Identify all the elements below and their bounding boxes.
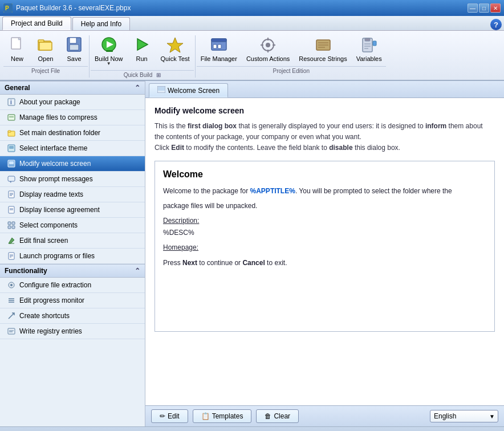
svg-point-66 (10, 284, 13, 286)
build-now-button[interactable]: Build Now ▼ (91, 33, 127, 69)
sidebar-label-manage-files: Manage files to compress (19, 113, 97, 121)
group-label-project-file: Project File (3, 66, 88, 76)
svg-rect-43 (9, 146, 14, 149)
svg-marker-59 (9, 238, 14, 243)
run-label: Run (136, 55, 147, 62)
variables-icon (360, 36, 378, 54)
build-now-icon (100, 36, 118, 54)
functionality-collapse-arrow[interactable]: ⌃ (135, 267, 140, 275)
sidebar-label-about-package: About your package (19, 98, 80, 106)
content-panel: Welcome Screen Modify welcome screen Thi… (145, 81, 504, 426)
build-now-arrow: ▼ (107, 61, 111, 66)
svg-rect-41 (8, 131, 11, 132)
sidebar-item-modify-welcome[interactable]: Modify welcome screen (0, 156, 145, 172)
title-bar: P Paquet Builder 3.6 - severalEXE.pbpx —… (0, 0, 504, 16)
window-controls: — □ ✕ (468, 3, 501, 13)
sidebar-label-create-shortcuts: Create shortcuts (19, 312, 70, 320)
sidebar-item-about-package[interactable]: i About your package (0, 95, 145, 110)
help-icon[interactable]: ? (490, 19, 502, 30)
svg-rect-31 (365, 38, 370, 41)
save-button[interactable]: Save (60, 33, 88, 65)
sidebar-item-write-registry[interactable]: Write registry entries (0, 324, 145, 339)
sidebar-item-set-destination[interactable]: Set main destination folder (0, 125, 145, 141)
sidebar-label-display-license: Display license agreement (19, 206, 100, 214)
templates-button[interactable]: 📋 Templates (193, 409, 252, 423)
sidebar-item-display-license[interactable]: Display license agreement (0, 202, 145, 218)
toolbar-group-project-file: New Open (3, 33, 88, 80)
description-text: This is the first dialog box that is gen… (155, 121, 495, 154)
display-license-icon (7, 205, 16, 214)
file-manager-button[interactable]: File Manager (197, 33, 241, 65)
about-package-icon: i (7, 97, 16, 107)
svg-text:i: i (10, 99, 12, 105)
edit-progress-icon (7, 296, 16, 305)
launch-programs-icon (7, 251, 16, 261)
custom-actions-button[interactable]: Custom Actions (242, 33, 294, 65)
content-tab-welcome-screen[interactable]: Welcome Screen (149, 83, 228, 97)
svg-rect-58 (12, 226, 15, 229)
sidebar-label-edit-progress: Edit progress monitor (19, 296, 84, 304)
resource-strings-button[interactable]: Resource Strings (295, 33, 351, 65)
variables-label: Variables (356, 55, 382, 62)
close-button[interactable]: ✕ (490, 3, 501, 13)
sidebar-section-functionality: Functionality ⌃ (0, 264, 145, 278)
sidebar-item-launch-programs[interactable]: Launch programs or files (0, 249, 145, 264)
app-icon: P (3, 3, 13, 13)
tab-help-and-info[interactable]: Help and Info (72, 17, 130, 30)
svg-rect-32 (373, 41, 376, 46)
content-tab-label: Welcome Screen (168, 87, 220, 95)
sidebar-item-select-theme[interactable]: Select interface theme (0, 141, 145, 156)
welcome-preview-box: Welcome Welcome to the package for %APPT… (155, 161, 495, 332)
svg-marker-15 (167, 38, 183, 52)
quick-test-button[interactable]: Quick Test (157, 33, 194, 65)
sidebar-label-configure-extraction: Configure file extraction (19, 281, 91, 289)
sidebar-item-display-readme[interactable]: Display readme texts (0, 187, 145, 202)
sidebar-item-edit-progress[interactable]: Edit progress monitor (0, 293, 145, 308)
svg-rect-18 (213, 44, 217, 48)
sidebar-item-select-components[interactable]: Select components (0, 218, 145, 233)
svg-point-21 (266, 43, 270, 47)
svg-rect-70 (8, 328, 15, 334)
sidebar-section-general: General ⌃ (0, 81, 145, 95)
svg-rect-38 (8, 115, 15, 120)
welcome-para-2: package files will be unpacked. (163, 200, 486, 212)
set-destination-icon (7, 128, 16, 137)
window-title: Paquet Builder 3.6 - severalEXE.pbpx (16, 4, 464, 12)
sidebar-label-modify-welcome: Modify welcome screen (19, 160, 91, 168)
clear-button[interactable]: 🗑 Clear (256, 409, 299, 423)
run-button[interactable]: Run (128, 33, 156, 65)
svg-rect-46 (8, 176, 15, 181)
sidebar-item-edit-final[interactable]: Edit final screen (0, 233, 145, 249)
sidebar-label-select-theme: Select interface theme (19, 144, 87, 152)
maximize-button[interactable]: □ (479, 3, 489, 13)
sidebar-item-manage-files[interactable]: Manage files to compress (0, 110, 145, 125)
svg-text:P: P (5, 5, 9, 11)
manage-files-icon (7, 113, 16, 122)
clear-icon: 🗑 (265, 412, 271, 420)
toolbar: New Open (0, 31, 504, 81)
configure-extraction-icon (7, 280, 16, 290)
svg-rect-9 (70, 38, 76, 43)
svg-rect-45 (9, 161, 14, 164)
resource-strings-label: Resource Strings (299, 55, 347, 62)
svg-rect-57 (8, 226, 11, 229)
sidebar-label-write-registry: Write registry entries (19, 327, 82, 335)
main-area: General ⌃ i About your package Manage fi… (0, 81, 504, 426)
general-collapse-arrow[interactable]: ⌃ (135, 84, 140, 92)
tab-project-and-build[interactable]: Project and Build (2, 17, 71, 30)
svg-marker-47 (10, 181, 11, 183)
minimize-button[interactable]: — (468, 3, 478, 13)
content-tabs: Welcome Screen (145, 81, 504, 98)
edit-button[interactable]: ✏ Edit (151, 409, 188, 423)
svg-rect-56 (12, 222, 15, 225)
sidebar-item-show-prompt[interactable]: Show prompt messages (0, 172, 145, 187)
sidebar-item-configure-extraction[interactable]: Configure file extraction (0, 278, 145, 293)
new-button[interactable]: New (3, 33, 31, 65)
variables-button[interactable]: Variables (352, 33, 386, 65)
modify-welcome-icon (7, 159, 16, 168)
language-selector[interactable]: English French German Spanish (430, 410, 498, 422)
resource-strings-icon (314, 36, 332, 54)
show-prompt-icon (7, 174, 16, 184)
open-button[interactable]: Open (32, 33, 59, 65)
sidebar-item-create-shortcuts[interactable]: Create shortcuts (0, 308, 145, 324)
